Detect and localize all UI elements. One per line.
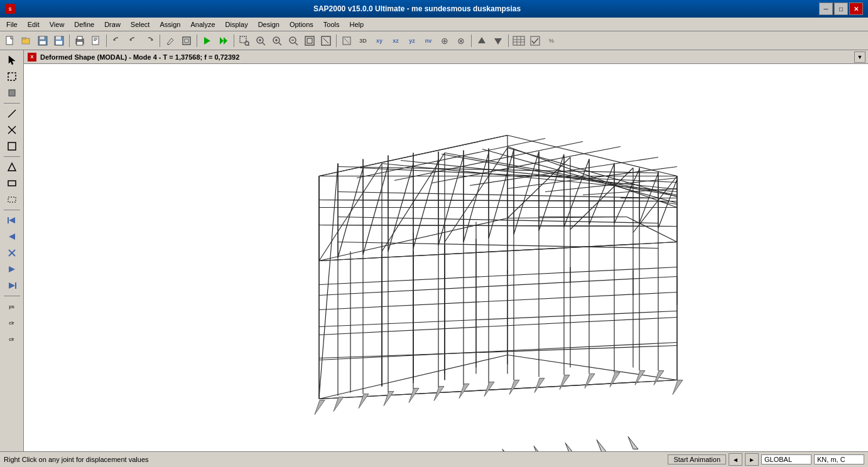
menu-define[interactable]: Define [69,19,99,30]
sidebar-draw-frame[interactable] [3,139,21,154]
sidebar-cross-big[interactable] [3,245,21,260]
svg-rect-19 [183,37,190,45]
menu-draw[interactable]: Draw [99,19,126,30]
main-area: ps clr clr X Deformed Shape (MODAL) - Mo… [0,50,868,451]
svg-line-54 [8,110,16,117]
sidebar-next-anim[interactable] [3,278,21,293]
svg-marker-66 [9,266,15,272]
next-arrow-button[interactable]: ► [745,453,759,466]
menu-design[interactable]: Design [253,19,285,30]
toolbar-save[interactable] [35,33,50,48]
toolbar-zoom-full[interactable] [318,33,334,48]
menu-select[interactable]: Select [126,19,155,30]
close-button[interactable]: ✕ [849,3,863,15]
toolbar-grid[interactable] [511,33,526,48]
minimize-button[interactable]: ─ [819,3,833,15]
toolbar-sep1 [69,35,70,47]
sidebar-draw-cross[interactable] [3,122,21,137]
menu-display[interactable]: Display [220,19,253,30]
menu-assign[interactable]: Assign [155,19,185,30]
toolbar-open[interactable] [19,33,34,48]
toolbar-sep7 [471,35,472,47]
title-bar: S SAP2000 v15.0.0 Ultimate - me sundesmo… [0,0,868,18]
svg-line-36 [295,43,298,45]
toolbar-special2[interactable]: ⊗ [453,33,469,48]
title-bar-controls: ─ □ ✕ [819,3,863,15]
toolbar-yz[interactable]: yz [404,33,420,48]
toolbar-print[interactable] [72,33,87,48]
viewport-dropdown[interactable]: ▼ [854,51,865,63]
toolbar-zoom-fit[interactable] [302,33,317,48]
status-text: Right Click on any joint for displacemen… [4,456,663,463]
toolbar-nv[interactable]: nv [421,33,436,48]
toolbar-frame[interactable] [179,33,194,48]
sidebar-reshape[interactable] [3,85,21,100]
toolbar-zoom-out[interactable] [286,33,301,48]
svg-rect-69 [24,67,868,449]
toolbar-run2[interactable] [216,33,231,48]
toolbar-zoom-in[interactable] [253,33,268,48]
toolbar-xy[interactable]: xy [372,33,387,48]
svg-rect-38 [305,36,314,45]
menu-tools[interactable]: Tools [318,19,345,30]
svg-rect-7 [56,36,61,40]
viewport: X Deformed Shape (MODAL) - Mode 4 - T = … [24,50,868,451]
toolbar-redo[interactable] [142,33,157,48]
svg-rect-46 [513,36,524,45]
sidebar-rect-small[interactable] [3,176,21,191]
menu-edit[interactable]: Edit [23,19,45,30]
toolbar-sep4 [197,35,197,47]
sidebar-rubber-band[interactable] [3,69,21,84]
sidebar-draw-line[interactable] [3,106,21,121]
toolbar-undo[interactable] [109,33,124,48]
svg-line-26 [248,45,249,46]
toolbar-check[interactable] [528,33,543,48]
menu-file[interactable]: File [1,19,23,30]
units-dropdown[interactable]: KN, m, C [814,454,864,464]
menu-analyze[interactable]: Analyze [185,19,220,30]
toolbar-down[interactable] [491,33,506,48]
svg-rect-68 [15,282,16,289]
toolbar-special1[interactable]: ⊕ [437,33,452,48]
svg-rect-13 [94,38,97,38]
sidebar-clr[interactable]: clr [3,331,21,346]
toolbar-3d[interactable]: 3D [355,33,371,48]
svg-rect-20 [185,39,188,43]
sidebar-triangle[interactable] [3,159,21,174]
toolbar-print-preview[interactable] [89,33,104,48]
menu-help[interactable]: Help [345,19,369,30]
viewport-header: X Deformed Shape (MODAL) - Mode 4 - T = … [24,50,868,64]
svg-marker-23 [224,37,227,45]
toolbar-xz[interactable]: xz [388,33,403,48]
maximize-button[interactable]: □ [834,3,848,15]
toolbar-zoom-box[interactable] [237,33,252,48]
sidebar-ps[interactable]: clr [3,315,21,330]
toolbar-pen[interactable] [163,33,178,48]
toolbar-save2[interactable] [52,33,67,48]
sidebar-pointer[interactable] [3,53,21,68]
coordinate-dropdown[interactable]: GLOBAL [761,454,811,464]
svg-rect-39 [307,38,312,43]
sidebar-rect-dotted[interactable] [3,192,21,207]
toolbar-new[interactable] [3,33,18,48]
svg-marker-62 [9,217,15,223]
sidebar-next[interactable] [3,262,21,277]
toolbar-zoom-in2[interactable] [269,33,285,48]
start-animation-button[interactable]: Start Animation [668,454,726,464]
sidebar-prev[interactable] [3,229,21,244]
toolbar-perspective[interactable] [339,33,354,48]
svg-rect-15 [94,40,96,41]
toolbar-undo2[interactable] [126,33,141,48]
sidebar-prev-anim[interactable] [3,213,21,228]
toolbar-up[interactable] [474,33,489,48]
toolbar-sep2 [106,35,107,47]
svg-marker-44 [478,37,486,43]
toolbar-percent[interactable]: % [544,33,559,48]
menu-view[interactable]: View [45,19,70,30]
sidebar-all[interactable]: ps [3,299,21,314]
menu-options[interactable]: Options [285,19,318,30]
svg-rect-60 [8,197,16,202]
prev-arrow-button[interactable]: ◄ [729,453,742,466]
canvas-area[interactable]: x y z [24,64,868,451]
toolbar-run[interactable] [200,33,215,48]
